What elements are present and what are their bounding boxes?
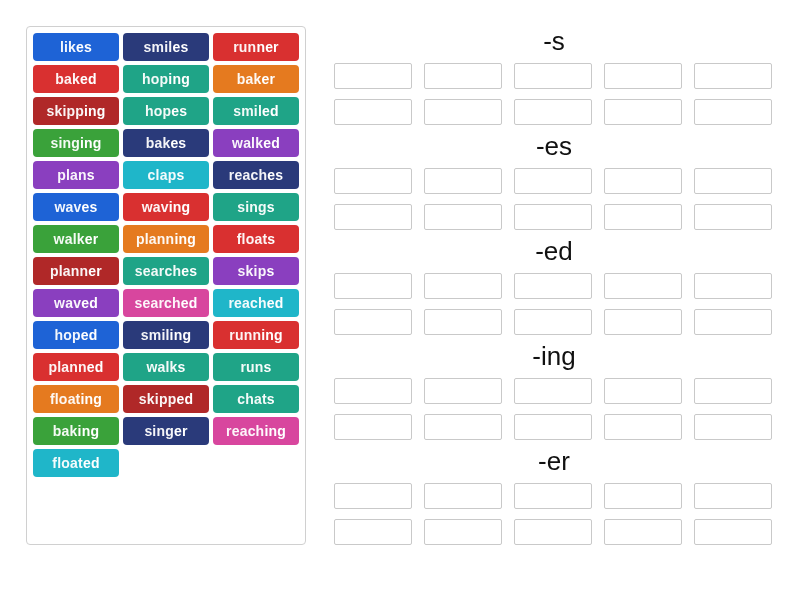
drop-group: -er <box>334 446 774 545</box>
word-tile[interactable]: smiled <box>213 97 299 125</box>
drop-slot[interactable] <box>424 273 502 299</box>
word-tile[interactable]: waving <box>123 193 209 221</box>
drop-group: -ing <box>334 341 774 440</box>
tile-root: bak <box>53 423 78 439</box>
drop-slot[interactable] <box>694 483 772 509</box>
word-tile[interactable]: floats <box>213 225 299 253</box>
word-tile[interactable]: floating <box>33 385 119 413</box>
word-tile[interactable]: searches <box>123 257 209 285</box>
drop-slot[interactable] <box>424 99 502 125</box>
word-tile[interactable]: walked <box>213 129 299 157</box>
drop-slot[interactable] <box>334 483 412 509</box>
tile-root: clap <box>148 167 177 183</box>
drop-slot[interactable] <box>604 378 682 404</box>
word-tile[interactable]: hopes <box>123 97 209 125</box>
drop-slot[interactable] <box>514 168 592 194</box>
word-tile[interactable]: hoped <box>33 321 119 349</box>
drop-slot[interactable] <box>334 414 412 440</box>
tile-suffix: ing <box>264 423 286 439</box>
word-tile[interactable]: skipping <box>33 97 119 125</box>
word-tile[interactable]: smiling <box>123 321 209 349</box>
word-tile[interactable]: planned <box>33 353 119 381</box>
word-tile[interactable]: hoping <box>123 65 209 93</box>
word-tile[interactable]: searched <box>123 289 209 317</box>
word-tile[interactable]: singer <box>123 417 209 445</box>
drop-slot[interactable] <box>334 168 412 194</box>
word-tile[interactable]: bakes <box>123 129 209 157</box>
drop-slot[interactable] <box>694 309 772 335</box>
word-tile[interactable]: baking <box>33 417 119 445</box>
drop-slot[interactable] <box>514 204 592 230</box>
drop-slot[interactable] <box>334 204 412 230</box>
drop-slot[interactable] <box>694 414 772 440</box>
word-tile[interactable]: runner <box>213 33 299 61</box>
drop-slot[interactable] <box>514 378 592 404</box>
word-tile-pool[interactable]: likessmilesrunnerbakedhopingbakerskippin… <box>26 26 306 545</box>
drop-slot[interactable] <box>424 204 502 230</box>
drop-slot[interactable] <box>334 273 412 299</box>
drop-slot[interactable] <box>604 204 682 230</box>
drop-slot[interactable] <box>424 63 502 89</box>
drop-slot[interactable] <box>424 414 502 440</box>
word-tile[interactable]: runs <box>213 353 299 381</box>
word-tile[interactable]: reached <box>213 289 299 317</box>
word-tile[interactable]: chats <box>213 385 299 413</box>
drop-slot[interactable] <box>514 99 592 125</box>
word-tile[interactable]: running <box>213 321 299 349</box>
tile-root: hop <box>145 103 171 119</box>
word-tile[interactable]: planner <box>33 257 119 285</box>
word-tile[interactable]: waves <box>33 193 119 221</box>
word-tile[interactable]: plans <box>33 161 119 189</box>
word-tile[interactable]: floated <box>33 449 119 477</box>
drop-slot[interactable] <box>604 63 682 89</box>
drop-slot[interactable] <box>694 378 772 404</box>
drop-slot[interactable] <box>514 519 592 545</box>
drop-slot[interactable] <box>424 309 502 335</box>
drop-slot[interactable] <box>694 204 772 230</box>
drop-slot[interactable] <box>424 483 502 509</box>
drop-slot[interactable] <box>604 519 682 545</box>
word-tile[interactable]: singing <box>33 129 119 157</box>
drop-slot[interactable] <box>514 483 592 509</box>
word-tile[interactable]: baked <box>33 65 119 93</box>
drop-slot[interactable] <box>424 519 502 545</box>
drop-slot[interactable] <box>424 168 502 194</box>
drop-slot[interactable] <box>334 99 412 125</box>
drop-slot[interactable] <box>514 63 592 89</box>
drop-slot[interactable] <box>424 378 502 404</box>
tile-suffix: es <box>82 199 98 215</box>
word-tile[interactable]: waved <box>33 289 119 317</box>
word-tile[interactable]: skipped <box>123 385 209 413</box>
drop-slot[interactable] <box>604 168 682 194</box>
drop-slot[interactable] <box>604 273 682 299</box>
drop-slot[interactable] <box>604 414 682 440</box>
drop-slot[interactable] <box>694 273 772 299</box>
drop-slot[interactable] <box>694 519 772 545</box>
tile-suffix: ed <box>81 327 98 343</box>
drop-slot[interactable] <box>694 63 772 89</box>
word-tile[interactable]: smiles <box>123 33 209 61</box>
word-tile[interactable]: walks <box>123 353 209 381</box>
word-tile[interactable]: reaching <box>213 417 299 445</box>
drop-slot[interactable] <box>514 309 592 335</box>
drop-slot[interactable] <box>694 99 772 125</box>
drop-slot[interactable] <box>694 168 772 194</box>
drop-slot[interactable] <box>334 378 412 404</box>
word-tile[interactable]: planning <box>123 225 209 253</box>
word-tile[interactable]: sings <box>213 193 299 221</box>
drop-slot[interactable] <box>334 309 412 335</box>
drop-slot[interactable] <box>604 99 682 125</box>
word-tile[interactable]: baker <box>213 65 299 93</box>
drop-slot[interactable] <box>334 63 412 89</box>
drop-slot[interactable] <box>514 273 592 299</box>
drop-group: -s <box>334 26 774 125</box>
word-tile[interactable]: claps <box>123 161 209 189</box>
drop-slot[interactable] <box>514 414 592 440</box>
drop-slot[interactable] <box>604 483 682 509</box>
word-tile[interactable]: reaches <box>213 161 299 189</box>
word-tile[interactable]: likes <box>33 33 119 61</box>
word-tile[interactable]: walker <box>33 225 119 253</box>
word-tile[interactable]: skips <box>213 257 299 285</box>
drop-slot[interactable] <box>334 519 412 545</box>
drop-slot[interactable] <box>604 309 682 335</box>
